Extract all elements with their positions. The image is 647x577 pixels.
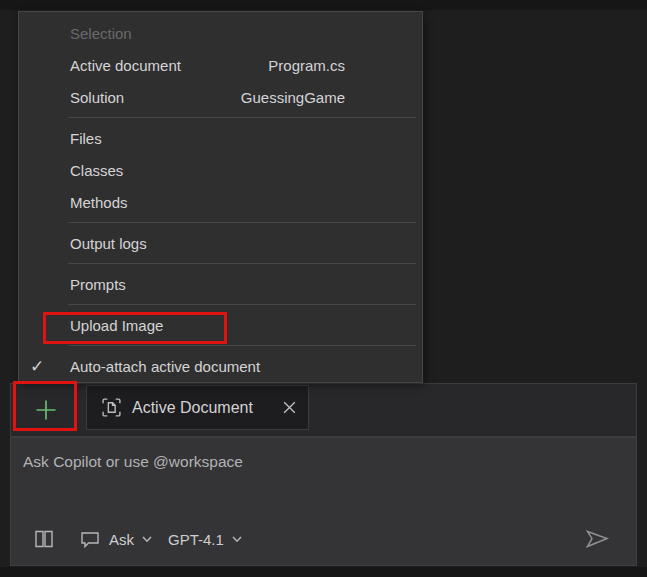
- speech-bubble-icon: [79, 528, 101, 550]
- send-button[interactable]: [583, 526, 611, 552]
- menu-item-output-logs[interactable]: Output logs: [19, 227, 422, 259]
- active-document-chip[interactable]: Active Document: [86, 385, 309, 430]
- menu-item-label: Classes: [70, 162, 123, 179]
- menu-item-label: Upload Image: [70, 317, 163, 334]
- model-selector[interactable]: GPT-4.1: [168, 531, 242, 548]
- menu-item-label: Prompts: [70, 276, 126, 293]
- active-document-chip-label: Active Document: [132, 399, 271, 417]
- document-frame-icon: [101, 397, 122, 418]
- menu-item-label: Output logs: [70, 235, 147, 252]
- menu-separator: [68, 117, 416, 118]
- paper-plane-icon: [583, 526, 611, 552]
- menu-item-solution[interactable]: Solution GuessingGame: [19, 81, 422, 113]
- menu-separator: [68, 222, 416, 223]
- menu-item-prompts[interactable]: Prompts: [19, 268, 422, 300]
- attach-context-menu: Selection Active document Program.cs Sol…: [18, 11, 423, 383]
- menu-item-label: Auto-attach active document: [70, 358, 260, 375]
- menu-item-classes[interactable]: Classes: [19, 154, 422, 186]
- close-icon[interactable]: [281, 399, 298, 416]
- attachments-bar: Active Document: [10, 383, 637, 437]
- chat-toolbar: Ask GPT-4.1: [23, 525, 622, 553]
- menu-item-label: Active document: [70, 57, 181, 74]
- window-top-edge: [0, 0, 647, 10]
- open-book-icon: [33, 528, 55, 550]
- add-context-button[interactable]: [15, 388, 77, 432]
- menu-item-selection[interactable]: Selection: [19, 17, 422, 49]
- chevron-down-icon: [232, 535, 242, 543]
- menu-item-upload-image[interactable]: Upload Image: [19, 309, 422, 341]
- menu-item-value: GuessingGame: [241, 89, 345, 106]
- chat-input[interactable]: Ask Copilot or use @workspace Ask: [10, 437, 637, 566]
- mode-label: Ask: [109, 531, 134, 548]
- mode-selector[interactable]: Ask: [79, 528, 152, 550]
- checkmark-icon: ✓: [30, 358, 44, 375]
- plus-icon: [33, 397, 59, 423]
- window-bottom-edge: [0, 567, 647, 577]
- menu-item-label: Methods: [70, 194, 128, 211]
- references-button[interactable]: [33, 528, 55, 550]
- chat-input-placeholder: Ask Copilot or use @workspace: [23, 453, 243, 471]
- menu-separator: [68, 263, 416, 264]
- menu-item-auto-attach[interactable]: ✓ Auto-attach active document: [19, 350, 422, 382]
- menu-item-label: Solution: [70, 89, 124, 106]
- chevron-down-icon: [142, 535, 152, 543]
- menu-item-files[interactable]: Files: [19, 122, 422, 154]
- menu-item-label: Selection: [70, 25, 132, 42]
- menu-item-label: Files: [70, 130, 102, 147]
- menu-item-value: Program.cs: [268, 57, 345, 74]
- menu-separator: [68, 345, 416, 346]
- menu-item-active-document[interactable]: Active document Program.cs: [19, 49, 422, 81]
- model-label: GPT-4.1: [168, 531, 224, 548]
- menu-item-methods[interactable]: Methods: [19, 186, 422, 218]
- menu-separator: [68, 304, 416, 305]
